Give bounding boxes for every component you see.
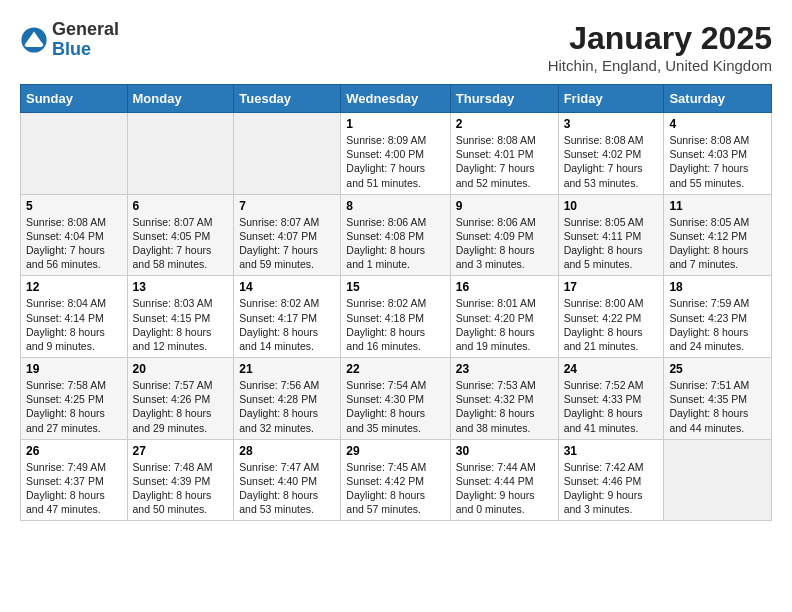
day-number: 8 [346,199,444,213]
day-info: Sunrise: 7:53 AM Sunset: 4:32 PM Dayligh… [456,378,553,435]
day-number: 14 [239,280,335,294]
day-info: Sunrise: 7:44 AM Sunset: 4:44 PM Dayligh… [456,460,553,517]
week-row-3: 12Sunrise: 8:04 AM Sunset: 4:14 PM Dayli… [21,276,772,358]
calendar-cell: 16Sunrise: 8:01 AM Sunset: 4:20 PM Dayli… [450,276,558,358]
day-header-thursday: Thursday [450,85,558,113]
calendar-cell: 9Sunrise: 8:06 AM Sunset: 4:09 PM Daylig… [450,194,558,276]
calendar-cell [664,439,772,521]
calendar-cell [127,113,234,195]
logo-blue: Blue [52,40,119,60]
calendar-cell: 19Sunrise: 7:58 AM Sunset: 4:25 PM Dayli… [21,358,128,440]
day-number: 26 [26,444,122,458]
location: Hitchin, England, United Kingdom [548,57,772,74]
day-header-wednesday: Wednesday [341,85,450,113]
day-number: 15 [346,280,444,294]
day-number: 25 [669,362,766,376]
day-header-friday: Friday [558,85,664,113]
calendar-cell [21,113,128,195]
day-info: Sunrise: 7:47 AM Sunset: 4:40 PM Dayligh… [239,460,335,517]
day-info: Sunrise: 7:56 AM Sunset: 4:28 PM Dayligh… [239,378,335,435]
day-number: 17 [564,280,659,294]
day-number: 31 [564,444,659,458]
day-number: 1 [346,117,444,131]
title-block: January 2025 Hitchin, England, United Ki… [548,20,772,74]
day-number: 24 [564,362,659,376]
day-info: Sunrise: 8:07 AM Sunset: 4:07 PM Dayligh… [239,215,335,272]
day-info: Sunrise: 7:59 AM Sunset: 4:23 PM Dayligh… [669,296,766,353]
day-info: Sunrise: 7:45 AM Sunset: 4:42 PM Dayligh… [346,460,444,517]
day-info: Sunrise: 7:54 AM Sunset: 4:30 PM Dayligh… [346,378,444,435]
calendar-cell: 12Sunrise: 8:04 AM Sunset: 4:14 PM Dayli… [21,276,128,358]
day-number: 23 [456,362,553,376]
calendar-cell: 10Sunrise: 8:05 AM Sunset: 4:11 PM Dayli… [558,194,664,276]
calendar-cell: 14Sunrise: 8:02 AM Sunset: 4:17 PM Dayli… [234,276,341,358]
day-info: Sunrise: 8:00 AM Sunset: 4:22 PM Dayligh… [564,296,659,353]
day-info: Sunrise: 7:42 AM Sunset: 4:46 PM Dayligh… [564,460,659,517]
day-info: Sunrise: 8:02 AM Sunset: 4:18 PM Dayligh… [346,296,444,353]
day-number: 28 [239,444,335,458]
calendar-cell: 31Sunrise: 7:42 AM Sunset: 4:46 PM Dayli… [558,439,664,521]
calendar-cell: 8Sunrise: 8:06 AM Sunset: 4:08 PM Daylig… [341,194,450,276]
month-title: January 2025 [548,20,772,57]
calendar-cell: 11Sunrise: 8:05 AM Sunset: 4:12 PM Dayli… [664,194,772,276]
day-header-sunday: Sunday [21,85,128,113]
days-header-row: SundayMondayTuesdayWednesdayThursdayFrid… [21,85,772,113]
calendar-cell: 6Sunrise: 8:07 AM Sunset: 4:05 PM Daylig… [127,194,234,276]
day-number: 16 [456,280,553,294]
day-number: 29 [346,444,444,458]
day-number: 12 [26,280,122,294]
logo-text: General Blue [52,20,119,60]
calendar-cell: 3Sunrise: 8:08 AM Sunset: 4:02 PM Daylig… [558,113,664,195]
day-header-saturday: Saturday [664,85,772,113]
calendar-cell: 2Sunrise: 8:08 AM Sunset: 4:01 PM Daylig… [450,113,558,195]
day-number: 6 [133,199,229,213]
day-info: Sunrise: 8:09 AM Sunset: 4:00 PM Dayligh… [346,133,444,190]
day-info: Sunrise: 8:07 AM Sunset: 4:05 PM Dayligh… [133,215,229,272]
calendar-cell: 30Sunrise: 7:44 AM Sunset: 4:44 PM Dayli… [450,439,558,521]
day-number: 5 [26,199,122,213]
day-number: 4 [669,117,766,131]
day-number: 10 [564,199,659,213]
day-info: Sunrise: 8:04 AM Sunset: 4:14 PM Dayligh… [26,296,122,353]
calendar-cell: 17Sunrise: 8:00 AM Sunset: 4:22 PM Dayli… [558,276,664,358]
calendar-cell: 29Sunrise: 7:45 AM Sunset: 4:42 PM Dayli… [341,439,450,521]
day-info: Sunrise: 8:03 AM Sunset: 4:15 PM Dayligh… [133,296,229,353]
day-info: Sunrise: 8:08 AM Sunset: 4:01 PM Dayligh… [456,133,553,190]
day-number: 3 [564,117,659,131]
day-number: 9 [456,199,553,213]
calendar-cell: 26Sunrise: 7:49 AM Sunset: 4:37 PM Dayli… [21,439,128,521]
day-number: 18 [669,280,766,294]
calendar-cell [234,113,341,195]
day-info: Sunrise: 8:01 AM Sunset: 4:20 PM Dayligh… [456,296,553,353]
day-info: Sunrise: 7:51 AM Sunset: 4:35 PM Dayligh… [669,378,766,435]
week-row-5: 26Sunrise: 7:49 AM Sunset: 4:37 PM Dayli… [21,439,772,521]
day-info: Sunrise: 7:52 AM Sunset: 4:33 PM Dayligh… [564,378,659,435]
day-number: 21 [239,362,335,376]
calendar-cell: 4Sunrise: 8:08 AM Sunset: 4:03 PM Daylig… [664,113,772,195]
day-info: Sunrise: 8:06 AM Sunset: 4:09 PM Dayligh… [456,215,553,272]
calendar-cell: 24Sunrise: 7:52 AM Sunset: 4:33 PM Dayli… [558,358,664,440]
day-header-tuesday: Tuesday [234,85,341,113]
calendar-cell: 15Sunrise: 8:02 AM Sunset: 4:18 PM Dayli… [341,276,450,358]
day-info: Sunrise: 8:06 AM Sunset: 4:08 PM Dayligh… [346,215,444,272]
calendar-cell: 21Sunrise: 7:56 AM Sunset: 4:28 PM Dayli… [234,358,341,440]
page-header: General Blue January 2025 Hitchin, Engla… [20,20,772,74]
day-number: 19 [26,362,122,376]
calendar-cell: 25Sunrise: 7:51 AM Sunset: 4:35 PM Dayli… [664,358,772,440]
calendar-cell: 20Sunrise: 7:57 AM Sunset: 4:26 PM Dayli… [127,358,234,440]
calendar-cell: 7Sunrise: 8:07 AM Sunset: 4:07 PM Daylig… [234,194,341,276]
day-info: Sunrise: 7:48 AM Sunset: 4:39 PM Dayligh… [133,460,229,517]
calendar-table: SundayMondayTuesdayWednesdayThursdayFrid… [20,84,772,521]
week-row-1: 1Sunrise: 8:09 AM Sunset: 4:00 PM Daylig… [21,113,772,195]
day-info: Sunrise: 8:08 AM Sunset: 4:03 PM Dayligh… [669,133,766,190]
logo-icon [20,26,48,54]
calendar-cell: 23Sunrise: 7:53 AM Sunset: 4:32 PM Dayli… [450,358,558,440]
week-row-2: 5Sunrise: 8:08 AM Sunset: 4:04 PM Daylig… [21,194,772,276]
day-info: Sunrise: 8:05 AM Sunset: 4:12 PM Dayligh… [669,215,766,272]
day-number: 30 [456,444,553,458]
day-number: 22 [346,362,444,376]
day-header-monday: Monday [127,85,234,113]
day-number: 20 [133,362,229,376]
calendar-cell: 5Sunrise: 8:08 AM Sunset: 4:04 PM Daylig… [21,194,128,276]
svg-rect-2 [26,43,43,47]
